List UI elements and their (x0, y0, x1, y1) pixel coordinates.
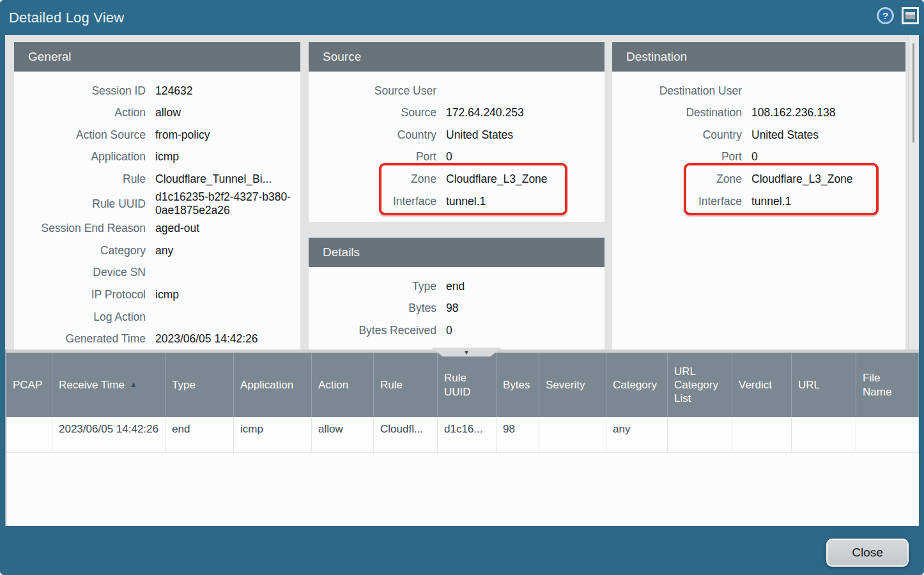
field-label: Action (14, 106, 146, 119)
general-panel-header: General (14, 42, 300, 72)
field-label: Interface (612, 195, 742, 208)
field-label: Rule UUID (14, 197, 146, 211)
cell-rule-uuid: d1c16... (438, 417, 497, 453)
column-header-type[interactable]: Type (166, 353, 234, 417)
column-label: Bytes (503, 378, 530, 392)
field-row-country: Country United States (612, 124, 899, 146)
field-value: any (146, 244, 294, 257)
field-row-destination: Destination 108.162.236.138 (612, 102, 899, 125)
field-row-device-sn: Device SN (14, 262, 294, 284)
field-label: Interface (309, 195, 436, 208)
column-header-application[interactable]: Application (234, 353, 312, 417)
field-value: 98 (436, 302, 598, 315)
field-value: tunnel.1 (436, 195, 598, 208)
field-value: United States (742, 128, 899, 142)
field-value: Cloudflare_Tunnel_Bi... (146, 172, 294, 186)
field-label: Log Action (14, 310, 146, 324)
cell-url-category-list (668, 417, 732, 453)
field-value: end (436, 280, 598, 293)
field-row-bytes: Bytes 98 (309, 298, 598, 320)
field-row-type: Type end (309, 275, 598, 298)
field-value: United States (436, 128, 598, 142)
column-label: Application (240, 378, 293, 392)
column-header-category[interactable]: Category (606, 353, 668, 417)
source-zone-interface-group: Zone Cloudflare_L3_Zone Interface tunnel… (309, 168, 598, 212)
source-panel: Source Source User Source 172.64.240.253… (309, 42, 604, 222)
field-label: Country (309, 128, 436, 142)
field-label: Bytes Received (309, 324, 436, 337)
column-label: File Name (863, 371, 912, 399)
field-value: 0 (436, 324, 598, 337)
field-label: Source User (309, 84, 436, 98)
cell-receive-time: 2023/06/05 14:42:26 (52, 417, 166, 453)
column-label: Receive Time (59, 378, 125, 392)
detailed-log-view-dialog: Detailed Log View ? General Session ID 1… (0, 0, 924, 575)
field-row-rule: Rule Cloudflare_Tunnel_Bi... (14, 168, 294, 190)
column-header-url[interactable]: URL (792, 353, 856, 417)
field-row-generated-time: Generated Time 2023/06/05 14:42:26 (14, 328, 294, 349)
cell-pcap (6, 417, 52, 453)
field-row-action: Action allow (14, 102, 294, 125)
column-header-rule-uuid[interactable]: Rule UUID (438, 353, 497, 417)
field-row-port: Port 0 (309, 146, 598, 169)
column-label: Type (172, 378, 196, 392)
column-header-rule[interactable]: Rule (374, 353, 438, 417)
field-value: d1c16235-b2f2-4327-b380-0ae1875e2a26 (146, 190, 294, 218)
table-header-row: PCAP Receive Time▲ Type Application Acti… (6, 353, 919, 417)
column-label: Rule UUID (444, 371, 489, 399)
field-label: Session ID (14, 84, 146, 98)
column-label: Verdict (739, 378, 772, 392)
field-row-port: Port 0 (612, 146, 899, 169)
column-header-pcap[interactable]: PCAP (6, 353, 52, 417)
column-label: Rule (380, 378, 403, 392)
field-row-source-user: Source User (309, 80, 598, 102)
column-label: Action (318, 378, 348, 392)
source-panel-body: Source User Source 172.64.240.253 Countr… (309, 72, 604, 222)
destination-zone-interface-group: Zone Cloudflare_L3_Zone Interface tunnel… (612, 168, 899, 212)
field-value: 0 (742, 150, 899, 164)
field-row-rule-uuid: Rule UUID d1c16235-b2f2-4327-b380-0ae187… (14, 190, 294, 218)
column-label: URL (798, 378, 820, 392)
collapse-panel-handle[interactable]: ▼ (431, 348, 502, 356)
field-row-session-end-reason: Session End Reason aged-out (14, 218, 294, 240)
dialog-title: Detailed Log View (0, 10, 124, 26)
cell-bytes: 98 (497, 417, 539, 453)
field-row-bytes-received: Bytes Received 0 (309, 319, 598, 342)
cell-type: end (166, 417, 234, 453)
column-header-url-category-list[interactable]: URL Category List (668, 353, 732, 417)
column-header-bytes[interactable]: Bytes (497, 353, 539, 417)
field-value: tunnel.1 (742, 195, 899, 208)
field-value: Cloudflare_L3_Zone (436, 172, 598, 186)
cell-action: allow (312, 417, 374, 453)
field-label: Country (612, 128, 742, 142)
column-header-action[interactable]: Action (312, 353, 374, 417)
column-label: URL Category List (674, 365, 725, 406)
titlebar-icons: ? (877, 7, 919, 24)
column-label: Severity (546, 378, 585, 392)
field-label: Rule (14, 172, 146, 186)
field-row-interface: Interface tunnel.1 (612, 190, 899, 213)
destination-panel-header: Destination (612, 42, 905, 72)
field-label: Destination (612, 106, 742, 119)
column-header-receive-time[interactable]: Receive Time▲ (52, 353, 166, 417)
close-button[interactable]: Close (826, 539, 909, 567)
restore-window-icon[interactable] (902, 7, 919, 24)
field-label: Session End Reason (14, 222, 146, 235)
column-header-severity[interactable]: Severity (539, 353, 606, 417)
details-panel-header: Details (309, 238, 604, 267)
field-row-country: Country United States (309, 124, 598, 146)
restore-window-icon-glyph (905, 12, 915, 19)
column-header-file-name[interactable]: File Name (856, 353, 919, 417)
field-label: Application (14, 150, 146, 164)
cell-application: icmp (234, 417, 312, 453)
field-row-zone: Zone Cloudflare_L3_Zone (612, 168, 899, 190)
column-header-verdict[interactable]: Verdict (732, 353, 792, 417)
cell-url (792, 417, 856, 453)
vertical-scrollbar[interactable] (908, 35, 919, 349)
vertical-scrollbar-thumb[interactable] (912, 43, 914, 142)
help-icon[interactable]: ? (877, 7, 894, 24)
table-row[interactable]: 2023/06/05 14:42:26 end icmp allow Cloud… (6, 417, 919, 453)
field-label: Type (309, 280, 436, 293)
cell-file-name (856, 417, 919, 453)
field-row-action-source: Action Source from-policy (14, 124, 294, 146)
